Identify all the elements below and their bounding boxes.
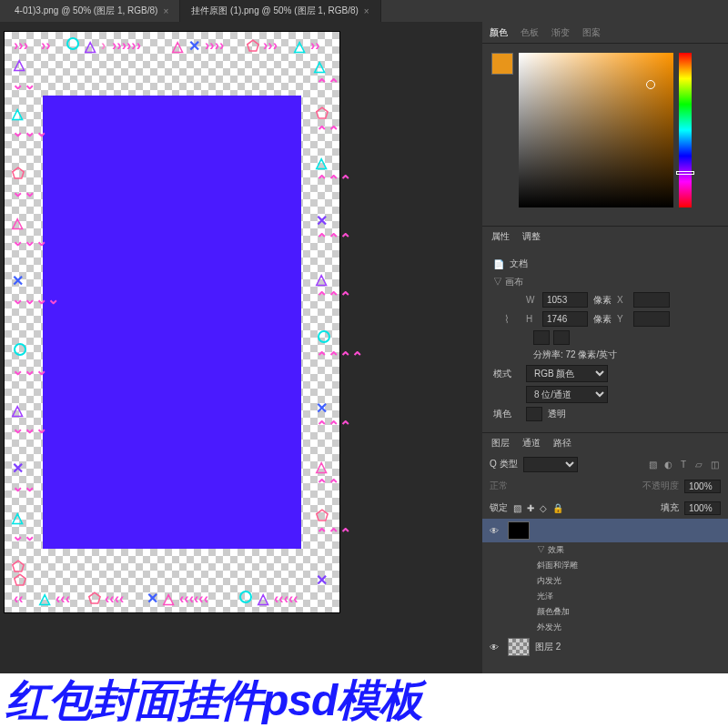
filter-pixel-icon[interactable]: ▧ [646,458,659,470]
layers-opacity-row: 正常 不透明度 [482,475,728,497]
properties-panel: 属性 调整 📄 文档 ▽ 画布 W 像素 X [482,226,728,432]
layers-filter-row: Q 类型 ▧ ◐ T ▱ ◫ [482,453,728,475]
fill-row: 填色 透明 [493,407,717,421]
layer-row-2[interactable]: 👁 图层 2 [482,635,728,659]
resolution-row: 分辨率: 72 像素/英寸 [533,349,717,361]
canvas-section-title: ▽ 画布 [493,276,717,288]
link-icon[interactable]: ⌇ [493,313,521,326]
y-input[interactable] [633,311,670,327]
lock-icon[interactable]: 🔒 [552,503,563,513]
filter-smart-icon[interactable]: ◫ [708,458,721,470]
fx-inner-glow[interactable]: 内发光 [482,573,728,589]
color-panel-tabs: 颜色 色板 渐变 图案 [482,22,728,44]
foreground-swatch[interactable] [491,53,513,75]
tab-patterns[interactable]: 图案 [582,26,601,39]
layer-row-1[interactable]: 👁 [482,519,728,542]
height-row: ⌇ H 像素 Y [493,311,717,327]
layers-lock-row: 锁定 ▧ ✚ ◇ 🔒 填充 [482,497,728,519]
close-icon[interactable]: × [364,6,369,16]
visibility-icon[interactable]: 👁 [490,642,502,652]
caption-overlay: 红包封面挂件psd模板 [0,673,728,728]
tab-layers[interactable]: 图层 [491,437,510,450]
hue-handle[interactable] [676,171,694,175]
document-tabs: 4-01)3.png @ 50% (图层 1, RGB/8) × 挂件原图 (1… [0,0,728,22]
tab-properties[interactable]: 属性 [491,230,510,243]
tab-paths[interactable]: 路径 [553,437,571,450]
fx-color-overlay[interactable]: 颜色叠加 [482,604,728,620]
tab-swatches[interactable]: 色板 [521,26,539,39]
fx-satin[interactable]: 光泽 [482,589,728,604]
tab-color[interactable]: 颜色 [490,26,508,39]
canvas[interactable]: ››› ›› △ › ›››››› △ ✕ ›››› ⬠ ››› △ ›› △ … [4,31,340,613]
x-input[interactable] [633,292,670,308]
portrait-icon[interactable] [533,330,550,345]
tab-adjustments[interactable]: 调整 [522,230,541,243]
fill-swatch[interactable] [526,407,542,421]
document-tab-1[interactable]: 4-01)3.png @ 50% (图层 1, RGB/8) × [4,0,180,22]
close-icon[interactable]: × [163,6,168,16]
saturation-lightness-box[interactable] [519,53,673,207]
lock-pixels-icon[interactable]: ◇ [540,503,547,513]
tab-channels[interactable]: 通道 [522,437,541,450]
layers-panel: 图层 通道 路径 Q 类型 ▧ ◐ T ▱ ◫ 正常 不透明度 [482,432,728,659]
mode-row: 模式 RGB 颜色 [493,365,717,382]
properties-body: 📄 文档 ▽ 画布 W 像素 X ⌇ H [482,247,728,432]
color-mode-select[interactable]: RGB 颜色 [526,365,608,382]
decorative-frame: ››› ›› △ › ›››››› △ ✕ ›››› ⬠ ››› △ ›› △ … [10,37,334,607]
opacity-input[interactable] [684,480,721,493]
tab-label: 4-01)3.png @ 50% (图层 1, RGB/8) [15,5,157,17]
right-panels: 颜色 色板 渐变 图案 属性 调整 📄 文档 [482,22,728,673]
fx-header[interactable]: ▽ 效果 [482,542,728,558]
layer-thumb [508,521,530,540]
lock-all-icon[interactable]: ▧ [513,503,521,513]
canvas-area: ››› ›› △ › ›››››› △ ✕ ›››› ⬠ ››› △ ›› △ … [0,22,482,673]
layer-thumb [508,638,530,656]
bit-depth-select[interactable]: 8 位/通道 [526,386,608,403]
tab-label: 挂件原图 (1).png @ 50% (图层 1, RGB/8) [191,5,359,17]
tab-gradients[interactable]: 渐变 [551,26,570,39]
filter-adjust-icon[interactable]: ◐ [662,458,674,470]
workspace: ››› ›› △ › ›››››› △ ✕ ›››› ⬠ ››› △ ›› △ … [0,22,728,673]
filter-type-icon[interactable]: T [677,458,690,470]
document-tab-2[interactable]: 挂件原图 (1).png @ 50% (图层 1, RGB/8) × [180,0,380,22]
document-type: 📄 文档 [493,258,717,270]
lock-position-icon[interactable]: ✚ [527,503,534,513]
width-input[interactable] [542,292,588,308]
landscape-icon[interactable] [553,330,570,345]
filter-shape-icon[interactable]: ▱ [693,458,705,470]
fx-outer-glow[interactable]: 外发光 [482,620,728,635]
depth-row: 8 位/通道 [493,386,717,403]
layers-panel-tabs: 图层 通道 路径 [482,433,728,453]
visibility-icon[interactable]: 👁 [490,526,502,536]
layer-name: 图层 2 [535,641,561,653]
filter-icons: ▧ ◐ T ▱ ◫ [646,458,721,470]
properties-panel-tabs: 属性 调整 [482,227,728,247]
color-picker [482,44,728,226]
layer-filter-select[interactable] [523,457,578,472]
document-icon: 📄 [493,259,504,269]
width-row: W 像素 X [493,292,717,308]
orientation-icons [533,330,717,345]
hue-slider[interactable] [679,53,692,207]
fx-bevel[interactable]: 斜面和浮雕 [482,558,728,573]
fill-input[interactable] [684,501,721,515]
height-input[interactable] [542,311,588,327]
picker-cursor [646,80,655,89]
